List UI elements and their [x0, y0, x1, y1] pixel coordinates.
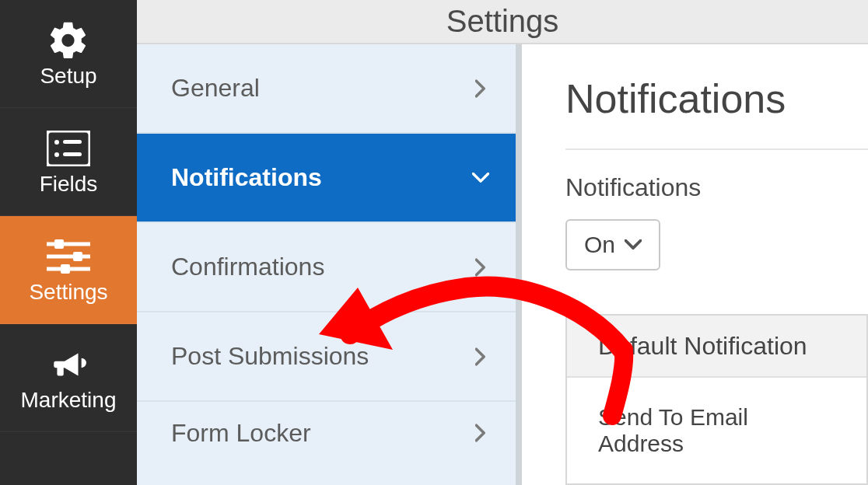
megaphone-icon [47, 343, 90, 386]
svg-rect-6 [54, 239, 64, 249]
nav-item-settings[interactable]: Settings [0, 216, 137, 324]
chevron-down-icon [472, 169, 489, 187]
detail-heading: Notifications [565, 75, 868, 122]
svg-rect-8 [73, 252, 82, 261]
sub-item-label: General [171, 74, 260, 103]
sub-item-post-submissions[interactable]: Post Submissions [137, 312, 516, 402]
sub-item-label: Confirmations [171, 253, 324, 281]
card-body: Send To Email Address [567, 378, 866, 483]
detail-panel: Notifications Notifications On Default N… [522, 44, 868, 485]
settings-sub-sidebar: General Notifications Confirmations [137, 44, 522, 485]
field-label-send-to: Send To Email Address [598, 404, 835, 457]
sub-item-confirmations[interactable]: Confirmations [137, 223, 516, 312]
nav-item-setup[interactable]: Setup [0, 0, 137, 108]
notification-card: Default Notification Send To Email Addre… [565, 314, 868, 485]
svg-point-1 [54, 140, 59, 145]
toggle-value: On [584, 232, 615, 258]
sub-item-label: Form Locker [171, 419, 311, 448]
chevron-right-icon [472, 259, 489, 276]
page-title: Settings [446, 4, 559, 39]
primary-sidebar: Setup Fields Settings [0, 0, 137, 485]
chevron-down-icon [625, 239, 642, 250]
card-title: Default Notification [567, 316, 866, 378]
nav-label-fields: Fields [40, 172, 98, 197]
svg-rect-10 [61, 264, 70, 274]
content-area: Settings General Notifications [137, 0, 868, 485]
sub-item-label: Notifications [171, 163, 322, 192]
sub-item-general[interactable]: General [137, 44, 516, 134]
topbar: Settings [137, 0, 868, 44]
chevron-right-icon [472, 348, 489, 365]
sub-item-label: Post Submissions [171, 342, 369, 371]
svg-rect-2 [63, 140, 82, 144]
svg-rect-0 [47, 131, 90, 166]
nav-item-marketing[interactable]: Marketing [0, 324, 137, 432]
chevron-right-icon [472, 424, 489, 441]
gear-icon [47, 19, 90, 62]
chevron-right-icon [472, 80, 489, 97]
sub-item-form-locker[interactable]: Form Locker [137, 402, 516, 464]
sliders-icon [47, 235, 90, 278]
toggle-section-label: Notifications [565, 173, 868, 202]
nav-label-marketing: Marketing [21, 388, 117, 413]
svg-rect-4 [63, 152, 82, 156]
notifications-toggle-select[interactable]: On [565, 219, 660, 270]
sub-item-notifications[interactable]: Notifications [137, 134, 516, 223]
list-icon [47, 127, 90, 170]
nav-item-fields[interactable]: Fields [0, 108, 137, 216]
nav-label-settings: Settings [29, 280, 107, 305]
nav-label-setup: Setup [40, 64, 96, 89]
main: General Notifications Confirmations [137, 44, 868, 485]
divider [565, 148, 868, 150]
svg-point-3 [54, 152, 59, 157]
